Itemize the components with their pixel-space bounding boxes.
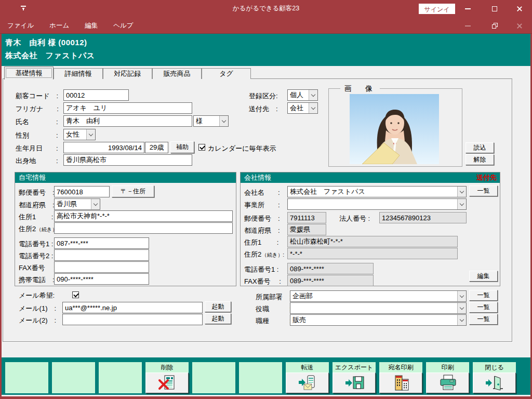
company-name-select[interactable]: 株式会社 ファストパス — [287, 186, 467, 197]
chevron-down-icon[interactable] — [309, 90, 317, 100]
company-zip-label: 郵便番号 : — [244, 214, 280, 223]
tab-label: タグ — [219, 69, 233, 78]
image-clear-button[interactable]: 解除 — [466, 154, 494, 165]
address-print-button[interactable] — [379, 373, 422, 393]
chevron-down-icon[interactable] — [457, 187, 466, 197]
export-button[interactable] — [332, 373, 376, 393]
furigana-input[interactable] — [63, 102, 192, 114]
print-button[interactable] — [426, 373, 469, 393]
birth-input[interactable] — [63, 142, 144, 153]
home-fax-input[interactable] — [54, 261, 149, 273]
customer-photo — [350, 94, 439, 164]
close-label: 閉じる — [473, 362, 516, 373]
signin-button[interactable]: サインイン — [419, 4, 455, 14]
tab-label: 基礎情報 — [16, 69, 43, 78]
jobtype-list-button[interactable]: 一覧 — [469, 314, 498, 325]
home-tel1-input[interactable] — [54, 237, 149, 249]
image-load-button[interactable]: 読込 — [466, 142, 494, 153]
menu-help[interactable]: ヘルプ — [111, 17, 135, 34]
mail2-launch-button[interactable]: 起動 — [205, 313, 231, 324]
position-select[interactable] — [290, 302, 467, 314]
honorific-select[interactable]: 様 — [193, 115, 229, 127]
company-addr2-field — [287, 248, 458, 259]
position-list-button[interactable]: 一覧 — [469, 302, 498, 313]
close-window-button[interactable] — [473, 373, 516, 393]
chevron-down-icon[interactable] — [86, 129, 95, 140]
child-restore-button[interactable] — [484, 17, 505, 34]
registration-select[interactable]: 個人 — [287, 89, 318, 101]
mail1-input[interactable] — [62, 302, 203, 313]
home-tel2-input[interactable] — [54, 249, 149, 261]
mail2-input[interactable] — [62, 314, 203, 325]
tab-label: 詳細情報 — [65, 69, 92, 78]
chevron-down-icon[interactable] — [219, 116, 228, 126]
menu-file[interactable]: ファイル — [5, 17, 36, 34]
mail2-label: メール(2) : — [19, 316, 56, 325]
home-pref-select[interactable]: 香川県 — [54, 198, 100, 210]
menu-edit[interactable]: 編集 — [83, 17, 100, 34]
mail-optin-checkbox[interactable] — [72, 291, 79, 298]
delete-icon — [157, 374, 178, 392]
toolbar-address-print: 宛名印刷 — [379, 362, 422, 393]
home-zip-input[interactable] — [54, 186, 110, 197]
code-input[interactable] — [63, 89, 129, 101]
app-window: かるがるできる顧客23 サインイン ファイル ホーム 編集 ヘルプ 青木 由利 … — [0, 0, 532, 399]
maximize-button[interactable] — [484, 0, 505, 17]
chevron-down-icon[interactable] — [309, 103, 317, 113]
company-addr2-suffix: （続き）: — [262, 251, 284, 259]
delete-button[interactable] — [145, 373, 189, 393]
chevron-down-icon[interactable] — [457, 199, 466, 209]
sendto-select[interactable]: 会社 — [287, 102, 318, 114]
tab-label: 販売商品 — [164, 69, 191, 78]
tab-tags[interactable]: タグ — [202, 68, 251, 79]
company-office-select[interactable] — [287, 198, 467, 210]
company-zip-field — [287, 212, 326, 223]
jobtype-value: 販売 — [290, 315, 457, 325]
bottom-toolbar: 削除 転送 — [0, 357, 532, 395]
tab-detail-info[interactable]: 詳細情報 — [54, 68, 103, 79]
child-minimize-button[interactable] — [457, 17, 478, 34]
tab-sales-items[interactable]: 販売商品 — [152, 68, 202, 79]
home-fax-label: FAX番号 : — [19, 263, 56, 273]
calendar-checkbox[interactable] — [198, 144, 205, 151]
zip-to-address-button[interactable]: 〒－住所 — [112, 185, 154, 197]
company-name-label: 会社名 : — [244, 188, 280, 197]
toolbar-empty-slot — [52, 362, 95, 393]
birth-label: 生年月日 : — [16, 144, 58, 153]
chevron-down-icon[interactable] — [91, 199, 100, 209]
address-print-label: 宛名印刷 — [379, 362, 422, 373]
jobtype-label: 職種 : — [256, 316, 291, 326]
home-tel1-label: 電話番号1 : — [19, 240, 53, 249]
home-addr2-label: 住所2 — [19, 224, 36, 234]
chevron-down-icon[interactable] — [457, 315, 466, 325]
company-edit-button[interactable]: 編集 — [469, 271, 498, 282]
name-input[interactable] — [63, 115, 192, 127]
birth-assist-button[interactable]: 補助 — [170, 141, 194, 153]
toolbar-close: 閉じる — [473, 362, 516, 393]
tab-basic-info[interactable]: 基礎情報 — [4, 66, 54, 79]
minimize-button[interactable] — [457, 0, 478, 17]
department-select[interactable]: 企画部 — [290, 290, 467, 302]
print-icon — [437, 374, 458, 392]
birthplace-label: 出身地 : — [16, 156, 58, 166]
home-addr2-input[interactable] — [54, 222, 233, 234]
chevron-down-icon[interactable] — [457, 303, 466, 313]
address-print-icon — [391, 374, 411, 392]
birthplace-input[interactable] — [63, 154, 192, 166]
company-list-button[interactable]: 一覧 — [469, 185, 498, 196]
close-button[interactable] — [509, 0, 530, 17]
home-mobile-input[interactable] — [54, 273, 149, 285]
company-fax-label: FAX番号 : — [244, 277, 281, 286]
tab-contact-log[interactable]: 対応記録 — [103, 68, 152, 79]
home-addr1-input[interactable] — [54, 210, 233, 222]
transfer-button[interactable] — [286, 373, 329, 393]
jobtype-select[interactable]: 販売 — [290, 314, 467, 326]
department-label: 所属部署 : — [256, 292, 291, 302]
gender-select[interactable]: 女性 — [63, 129, 96, 140]
mail1-label: メール(1) : — [19, 304, 56, 313]
child-close-button[interactable] — [509, 17, 530, 34]
mail1-launch-button[interactable]: 起動 — [205, 301, 231, 312]
menu-home[interactable]: ホーム — [47, 17, 71, 34]
department-list-button[interactable]: 一覧 — [469, 290, 498, 301]
chevron-down-icon[interactable] — [457, 291, 466, 301]
